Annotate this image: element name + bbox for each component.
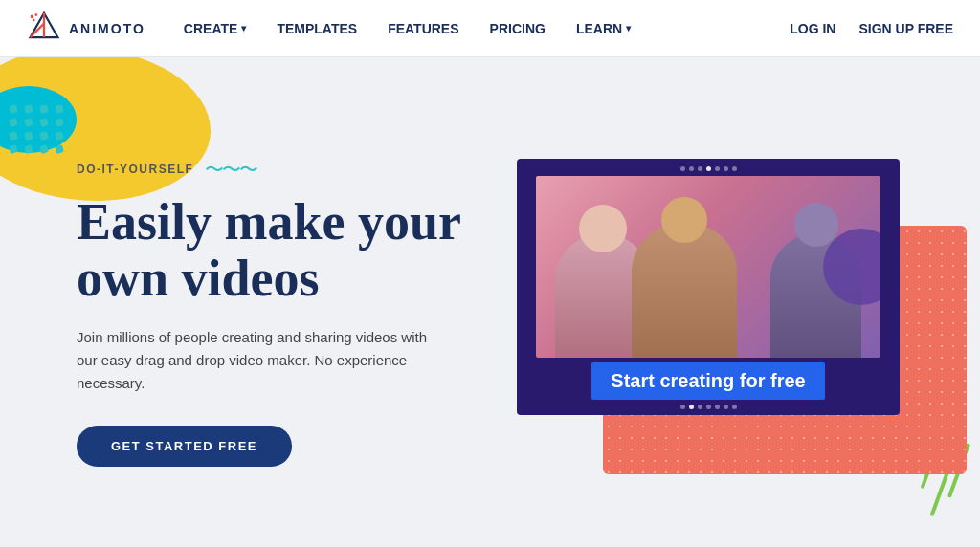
hero-title: Easily make your own videos [77,194,517,308]
video-top-dots [517,166,900,171]
svg-point-3 [31,14,34,18]
hero-content: DO-IT-YOURSELF 〜〜〜 Easily make your own … [77,138,517,468]
video-container: Start creating for free [517,159,938,446]
nav-create[interactable]: CREATE ▾ [184,21,247,36]
hero-section: DO-IT-YOURSELF 〜〜〜 Easily make your own … [0,57,980,547]
svg-point-5 [33,18,35,21]
logo[interactable]: ANIMOTO [27,11,145,46]
navbar: ANIMOTO CREATE ▾ TEMPLATES FEATURES PRIC… [0,0,980,57]
nav-features[interactable]: FEATURES [388,21,458,36]
video-dot-indicators [517,405,900,409]
video-photo [536,176,880,358]
hero-subtitle: Join millions of people creating and sha… [77,326,431,395]
login-link[interactable]: LOG IN [790,21,835,36]
chevron-down-icon: ▾ [241,23,246,33]
logo-icon [27,11,61,46]
nav-pricing[interactable]: PRICING [490,21,546,36]
signup-link[interactable]: SIGN UP FREE [858,21,953,36]
chevron-down-icon-2: ▾ [626,23,631,33]
logo-text: ANIMOTO [69,21,145,36]
dot-grid-decoration [10,105,65,153]
svg-point-4 [35,13,38,16]
person-2-silhouette [632,224,737,358]
video-frame[interactable]: Start creating for free [517,159,900,415]
diy-label-text: DO-IT-YOURSELF [77,163,193,176]
nav-right: LOG IN SIGN UP FREE [790,21,953,36]
nav-learn[interactable]: LEARN ▾ [576,21,631,36]
hero-video-preview: Start creating for free [517,57,938,547]
nav-templates[interactable]: TEMPLATES [277,21,357,36]
video-overlay-text: Start creating for free [591,362,824,400]
nav-links: CREATE ▾ TEMPLATES FEATURES PRICING LEAR… [184,21,790,36]
video-overlay: Start creating for free [517,362,900,400]
get-started-button[interactable]: GET STARTED FREE [77,426,292,467]
diy-label-row: DO-IT-YOURSELF 〜〜〜 [77,157,517,183]
squiggle-decoration: 〜〜〜 [205,157,256,183]
